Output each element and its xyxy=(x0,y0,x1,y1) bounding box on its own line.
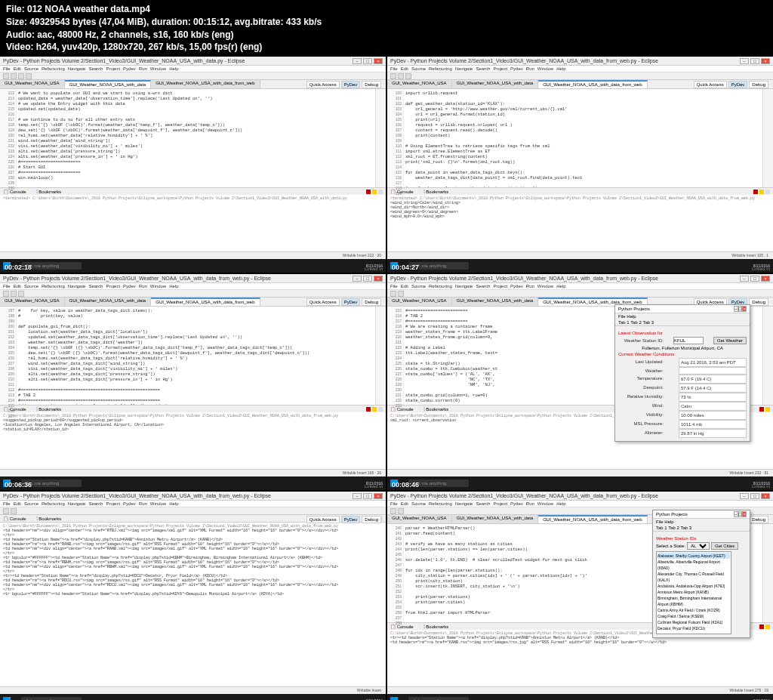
section-current-conditions: Current Weather Conditions xyxy=(618,352,747,356)
debug-icon[interactable] xyxy=(26,73,32,79)
tab-1[interactable]: GUI_Weather_NOAA_USA xyxy=(0,80,65,88)
menu-bar[interactable]: FileEditSourceRefactoringNavigateSearchP… xyxy=(387,66,773,72)
list-item[interactable]: Anniston Metro Airport (KANB) xyxy=(658,589,730,595)
section-latest-observation: Latest Observation for xyxy=(618,331,747,335)
toolbar[interactable] xyxy=(387,72,773,80)
file-size-line: Size: 49329543 bytes (47,04 MiB), durati… xyxy=(6,16,767,29)
stop-icon[interactable] xyxy=(366,190,371,194)
thumbnail-5: PyDev - Python Projects Volume 2/Section… xyxy=(0,492,386,700)
minimap[interactable] xyxy=(375,89,386,187)
list-item[interactable]: Cairns Army Air Field / Ozark (KOZR) xyxy=(658,607,730,613)
list-item[interactable]: Andalusia, Andalusia-Opp Airport (K79J) xyxy=(658,583,730,589)
debug-perspective[interactable]: Debug xyxy=(362,81,381,88)
tab-3[interactable]: GUI_Weather_NOAA_USA_with_data_from_web xyxy=(151,80,260,88)
window-title: PyDev - Python Projects Volume 2/Section… xyxy=(3,58,245,63)
weather-popup: Python Projects−□× File Help Tab 1 Tab 2… xyxy=(614,304,750,442)
save-icon[interactable] xyxy=(11,73,17,79)
close-icon[interactable]: × xyxy=(742,306,747,312)
tab-2[interactable]: GUI_Weather_NOAA_USA_with_data xyxy=(65,80,152,88)
list-item[interactable]: Decatur, Pryor Field (KDCU) xyxy=(658,625,730,631)
list-item[interactable]: Alabaster, Shelby County Airport (KEET) xyxy=(658,553,730,559)
thumbnail-3: PyDev - Python Projects Volume 2/Section… xyxy=(0,274,386,490)
state-select[interactable]: AL xyxy=(687,542,710,550)
code-editor[interactable]: 2122132142152162172182192202212222232242… xyxy=(0,89,386,187)
list-item[interactable]: Cullman Regional Folsom Field (K3A1) xyxy=(658,619,730,625)
console-output[interactable]: <terminated> C:\Users\Burkh\Documents\_2… xyxy=(0,195,386,233)
code-content[interactable]: # We want to populate our GUI and we sta… xyxy=(17,89,375,187)
file-name-line: File: 012 NOAA weather data.mp4 xyxy=(6,3,767,16)
minimize-button[interactable]: − xyxy=(353,58,362,64)
pin-icon[interactable] xyxy=(378,190,383,194)
video-timestamp: 00:02:18 xyxy=(5,264,32,271)
thumbnail-4: PyDev - Python Projects Volume 2/Section… xyxy=(387,274,773,490)
status-bar: Writable Insert 222 : 20 xyxy=(0,251,386,259)
menu-bar[interactable]: FileEditSourceRefactoringNavigateSearchP… xyxy=(0,66,386,72)
windows-taskbar[interactable]: Ask me anything 8/21/2016 xyxy=(0,259,386,273)
quick-access[interactable]: Quick Access xyxy=(306,81,340,88)
toolbar[interactable] xyxy=(0,72,386,80)
section-station-ids: Weather Station IDs xyxy=(656,536,747,541)
list-item[interactable]: Albertville, Albertville Regional Airpor… xyxy=(658,559,730,571)
list-item[interactable]: Birmingham, Birmingham International Air… xyxy=(658,595,730,607)
console-output-large[interactable]: C:\Users\Burkh\Documents\_2016 Python Pr… xyxy=(0,523,386,674)
clear-icon[interactable] xyxy=(372,190,377,194)
new-icon[interactable] xyxy=(3,73,9,79)
console-tabs[interactable]: 📋 Console📑 Bookmarks xyxy=(0,187,386,195)
file-video-line: Video: h264, yuv420p, 1280x720, 267 kb/s… xyxy=(6,41,767,54)
thumbnail-1: PyDev - Python Projects Volume 2/Section… xyxy=(0,57,386,273)
cities-listbox[interactable]: Alabaster, Shelby County Airport (KEET)A… xyxy=(656,551,731,634)
code-editor[interactable]: 1001011021031041051061071081091101111121… xyxy=(387,89,773,187)
get-cities-button[interactable]: Get Cities xyxy=(711,542,738,550)
run-icon[interactable] xyxy=(18,73,24,79)
location-text: Fullerton, Fullerton Municipal Airport, … xyxy=(618,346,747,350)
cities-popup: Python Projects−□× File Help Tab 1 Tab 2… xyxy=(652,510,750,638)
lynda-logo: Linked in xyxy=(365,267,383,271)
maximize-button[interactable]: □ xyxy=(363,58,372,64)
window-titlebar: PyDev - Python Projects Volume 2/Section… xyxy=(0,57,386,66)
thumbnail-6: PyDev - Python Projects Volume 2/Section… xyxy=(387,492,773,700)
window-title: PyDev - Python Projects Volume 2/Section… xyxy=(390,58,658,63)
pydev-perspective[interactable]: PyDev xyxy=(341,81,361,88)
list-item[interactable]: Craig Field / Selma (KSEM) xyxy=(658,613,730,619)
thumbnail-grid: PyDev - Python Projects Volume 2/Section… xyxy=(0,57,773,700)
console-output[interactable]: <terminated> C:\Users\Burkh\Documents\_2… xyxy=(387,195,773,233)
file-info-header: File: 012 NOAA weather data.mp4 Size: 49… xyxy=(0,0,773,57)
thumbnail-2: PyDev - Python Projects Volume 2/Section… xyxy=(387,57,773,273)
list-item[interactable]: Alexander City, Thomas C Russell Field (… xyxy=(658,571,730,583)
close-button[interactable]: × xyxy=(374,58,383,64)
file-audio-line: Audio: aac, 48000 Hz, 2 channels, s16, 1… xyxy=(6,29,767,42)
get-weather-button[interactable]: Get Weather xyxy=(713,337,747,344)
station-id-input[interactable] xyxy=(673,337,704,344)
line-gutter: 2122132142152162172182192202212222232242… xyxy=(0,89,17,187)
